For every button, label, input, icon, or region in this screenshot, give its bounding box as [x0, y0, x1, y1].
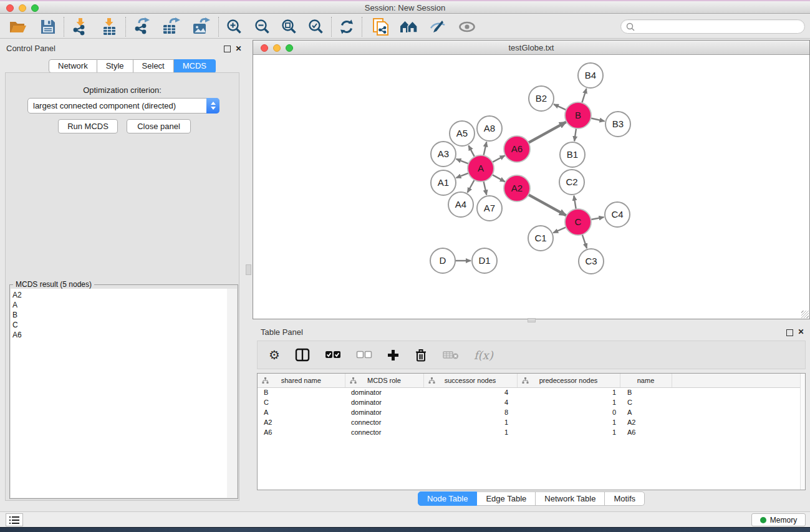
graph-edge-A-A4[interactable] [468, 180, 475, 193]
import-network-button[interactable] [70, 17, 90, 37]
graph-edge-C-C3[interactable] [582, 234, 587, 248]
zoom-fit-button[interactable] [280, 17, 298, 37]
graph-edge-C-C1[interactable] [553, 227, 566, 233]
create-column-button[interactable] [387, 346, 399, 364]
export-table-button[interactable] [161, 17, 182, 37]
graph-edge-A-A1[interactable] [456, 173, 470, 178]
control-panel-float-button[interactable] [224, 46, 231, 52]
search-input[interactable] [620, 19, 805, 34]
tab-select[interactable]: Select [133, 59, 174, 73]
delete-column-button[interactable] [414, 346, 428, 364]
column-header-name[interactable]: name [620, 374, 672, 387]
tab-mcds[interactable]: MCDS [174, 59, 216, 73]
apply-layout-button[interactable] [338, 17, 355, 37]
graph-edge-A-A3[interactable] [456, 159, 470, 164]
graph-edge-C-C2[interactable] [574, 196, 576, 210]
tab-network[interactable]: Network [49, 59, 97, 73]
graph-node-A3[interactable]: A3 [431, 142, 456, 167]
graph-node-D1[interactable]: D1 [472, 248, 497, 273]
graph-node-B1[interactable]: B1 [560, 142, 585, 167]
close-panel-button[interactable]: Close panel [127, 119, 191, 133]
graph-edge-B-B1[interactable] [574, 128, 576, 141]
network-window-titlebar[interactable]: testGlobe.txt [253, 41, 809, 55]
graph-node-D[interactable]: D [430, 248, 455, 273]
graph-edge-A-A5[interactable] [468, 145, 475, 157]
graph-node-C3[interactable]: C3 [579, 249, 604, 274]
graph-edge-B-B2[interactable] [554, 104, 567, 110]
graph-node-A6[interactable]: A6 [504, 136, 530, 162]
graph-node-A2[interactable]: A2 [504, 175, 530, 201]
network-canvas[interactable]: B4B2BB3A8A5A6A3B1AA1C2A2A4A7C4CC1C3DD1 [253, 55, 809, 319]
graph-node-C2[interactable]: C2 [559, 170, 584, 195]
table-row[interactable]: A2 connector 1 1 A2 [258, 417, 801, 427]
export-image-button[interactable] [191, 17, 212, 37]
column-header-successor-nodes[interactable]: successor nodes [423, 374, 517, 387]
result-item[interactable]: A6 [12, 330, 227, 340]
select-all-button[interactable] [325, 346, 341, 364]
function-builder-button[interactable]: f(x) [474, 346, 493, 364]
memory-button[interactable]: Memory [751, 513, 806, 526]
graph-edge-A-A6[interactable] [492, 155, 505, 162]
deselect-all-button[interactable] [356, 346, 372, 364]
zoom-in-button[interactable] [225, 17, 243, 37]
zoom-out-button[interactable] [253, 17, 271, 37]
graph-edge-A-A8[interactable] [483, 142, 486, 156]
delete-table-button[interactable] [443, 346, 459, 364]
graph-node-C4[interactable]: C4 [605, 202, 630, 227]
graph-node-C[interactable]: C [565, 209, 591, 235]
table-row[interactable]: B dominator 4 1 B [258, 387, 801, 397]
task-history-button[interactable] [6, 513, 23, 526]
column-header-shared-name[interactable]: shared name [258, 374, 345, 387]
run-mcds-button[interactable]: Run MCDS [58, 119, 118, 133]
table-panel-float-button[interactable] [786, 329, 793, 336]
tab-motifs[interactable]: Motifs [605, 491, 645, 506]
table-settings-button[interactable]: ⚙ [269, 346, 280, 364]
graph-node-B4[interactable]: B4 [578, 63, 603, 88]
result-list-scrollbar[interactable] [227, 289, 237, 498]
table-row[interactable]: A6 connector 1 1 A6 [258, 427, 801, 437]
graph-edge-B-B3[interactable] [591, 118, 605, 121]
graph-node-A[interactable]: A [468, 155, 494, 181]
graph-node-A1[interactable]: A1 [431, 170, 456, 195]
show-all-button[interactable] [457, 17, 477, 37]
network-graph[interactable]: B4B2BB3A8A5A6A3B1AA1C2A2A4A7C4CC1C3DD1 [253, 55, 809, 319]
vertical-splitter-handle[interactable] [246, 264, 251, 275]
tab-edge-table[interactable]: Edge Table [477, 491, 536, 506]
criterion-dropdown[interactable]: largest connected component (directed) [27, 98, 219, 114]
open-session-button[interactable] [7, 17, 29, 37]
result-item[interactable]: A2 [12, 290, 227, 300]
result-item[interactable]: A [12, 300, 227, 310]
graph-node-B3[interactable]: B3 [605, 112, 630, 137]
graph-node-A7[interactable]: A7 [477, 196, 502, 221]
graph-node-C1[interactable]: C1 [528, 226, 553, 251]
table-panel-close-button[interactable]: ✕ [798, 329, 804, 336]
table-scrollbar[interactable] [800, 374, 805, 490]
window-resize-grip[interactable] [801, 311, 809, 318]
graph-node-A5[interactable]: A5 [450, 121, 475, 146]
graph-edge-A-A7[interactable] [483, 181, 486, 195]
graph-edge-A6-B[interactable] [528, 122, 566, 143]
graph-edge-B-B4[interactable] [582, 89, 586, 104]
tab-style[interactable]: Style [97, 59, 133, 73]
graph-edge-C-C4[interactable] [591, 217, 604, 220]
result-item[interactable]: B [12, 310, 227, 320]
first-neighbors-button[interactable] [398, 17, 420, 37]
column-layout-button[interactable] [295, 346, 310, 364]
import-table-button[interactable] [100, 17, 119, 37]
tab-network-table[interactable]: Network Table [536, 491, 605, 506]
export-network-button[interactable] [132, 17, 152, 37]
graph-edge-A-A2[interactable] [492, 175, 505, 182]
table-row[interactable]: C dominator 4 1 C [258, 397, 801, 407]
tab-node-table[interactable]: Node Table [418, 491, 478, 506]
save-session-button[interactable] [39, 17, 57, 37]
table-row[interactable]: A dominator 8 0 A [258, 407, 801, 417]
result-item[interactable]: C [12, 320, 227, 330]
horizontal-splitter-handle[interactable] [528, 318, 536, 322]
search-text-field[interactable] [635, 21, 804, 32]
duplicate-network-button[interactable] [371, 17, 391, 37]
graph-node-B[interactable]: B [565, 102, 591, 128]
zoom-selected-button[interactable] [307, 17, 325, 37]
column-header-predecessor-nodes[interactable]: predecessor nodes [517, 374, 620, 387]
graph-edge-A2-C[interactable] [528, 195, 566, 216]
graph-node-B2[interactable]: B2 [529, 86, 554, 111]
